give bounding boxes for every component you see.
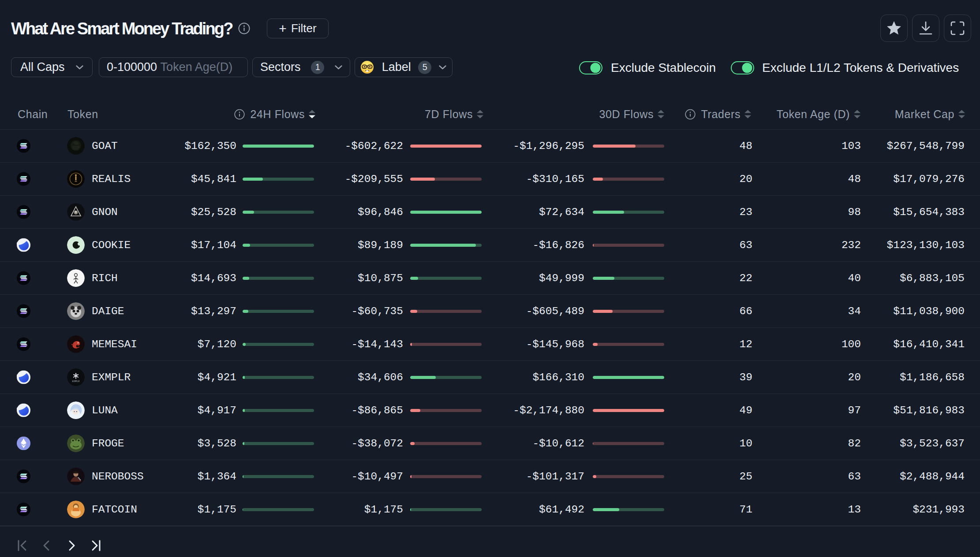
svg-text:EXMPLR: EXMPLR	[72, 380, 80, 382]
